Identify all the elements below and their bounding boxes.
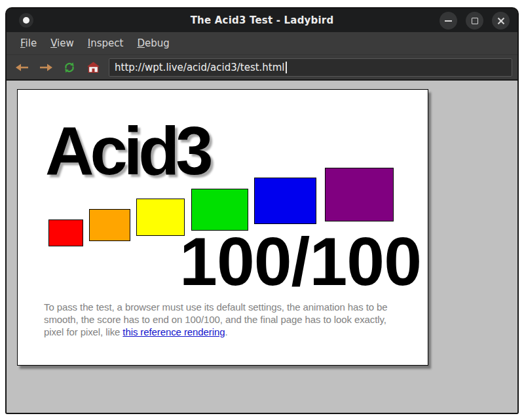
- orange-square: [89, 209, 130, 241]
- browser-window: The Acid3 Test - Ladybird File View Insp…: [5, 7, 519, 414]
- paragraph-line-3-prefix: pixel for pixel, like: [44, 326, 122, 337]
- browser-viewport: Acid3 100/100 To pass the test, a browse…: [7, 79, 517, 413]
- menu-file[interactable]: File: [20, 37, 37, 49]
- paragraph-line-2: smooth, the score has to end on 100/100,…: [44, 313, 388, 326]
- score-text: 100/100: [179, 227, 421, 296]
- navigation-toolbar: http://wpt.live/acid/acid3/test.html: [7, 54, 517, 79]
- maximize-button[interactable]: [466, 12, 483, 29]
- acid3-page: Acid3 100/100 To pass the test, a browse…: [17, 89, 428, 366]
- url-input[interactable]: http://wpt.live/acid/acid3/test.html: [109, 58, 512, 77]
- purple-square: [325, 168, 394, 221]
- house-icon: [87, 62, 100, 73]
- close-button[interactable]: [492, 12, 510, 29]
- paragraph-line-3-suffix: .: [225, 326, 227, 337]
- red-square: [48, 220, 83, 246]
- close-icon: [497, 17, 505, 25]
- minimize-button[interactable]: [440, 12, 457, 29]
- paragraph-line-1: To pass the test, a browser must use its…: [44, 301, 388, 313]
- menu-inspect[interactable]: Inspect: [88, 37, 124, 49]
- url-text: http://wpt.live/acid/acid3/test.html: [115, 62, 285, 73]
- forward-button[interactable]: [38, 60, 54, 75]
- reference-rendering-link[interactable]: this reference rendering: [122, 326, 225, 337]
- paragraph-line-3: pixel for pixel, like this reference ren…: [44, 326, 388, 338]
- blue-square: [254, 178, 316, 224]
- text-cursor: [286, 62, 287, 73]
- minimize-icon: [445, 20, 452, 22]
- menu-debug[interactable]: Debug: [137, 37, 169, 49]
- yellow-square: [136, 199, 185, 236]
- maximize-icon: [472, 18, 478, 24]
- home-button[interactable]: [85, 60, 101, 75]
- window-controls: [440, 12, 510, 29]
- circular-arrows-icon: [64, 62, 75, 73]
- title-bar: The Acid3 Test - Ladybird: [7, 9, 517, 32]
- instructions-paragraph: To pass the test, a browser must use its…: [44, 301, 388, 338]
- back-button[interactable]: [14, 60, 30, 75]
- acid3-heading: Acid3: [45, 117, 209, 185]
- refresh-button[interactable]: [62, 60, 77, 75]
- menu-bar: File View Inspect Debug: [7, 32, 517, 54]
- left-arrow-icon: [16, 63, 29, 72]
- menu-view[interactable]: View: [50, 37, 74, 49]
- right-arrow-icon: [39, 63, 52, 72]
